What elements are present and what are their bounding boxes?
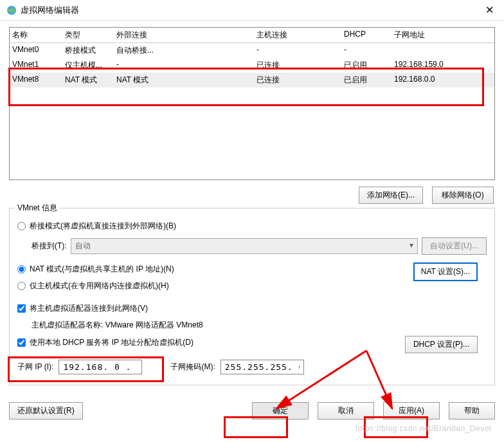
auto-set-button: 自动设置(U)... bbox=[422, 237, 487, 255]
add-network-button[interactable]: 添加网络(E)... bbox=[359, 187, 423, 204]
subnet-mask-input[interactable] bbox=[221, 360, 304, 374]
window-title: 虚拟网络编辑器 bbox=[21, 5, 482, 16]
col-name[interactable]: 名称 bbox=[12, 30, 65, 41]
bridge-to-select[interactable]: 自动 bbox=[71, 238, 419, 254]
cancel-button[interactable]: 取消 bbox=[318, 402, 374, 419]
subnet-ip-input[interactable] bbox=[59, 360, 142, 374]
help-button[interactable]: 帮助 bbox=[449, 402, 495, 419]
nat-radio-input[interactable] bbox=[17, 265, 26, 273]
connect-host-input[interactable] bbox=[17, 304, 26, 313]
col-host[interactable]: 主机连接 bbox=[256, 30, 344, 41]
fieldset-legend: VMnet 信息 bbox=[15, 203, 60, 214]
apply-button[interactable]: 应用(A) bbox=[383, 402, 440, 419]
table-header: 名称 类型 外部连接 主机连接 DHCP 子网地址 bbox=[10, 28, 494, 43]
app-icon bbox=[6, 5, 17, 15]
hostonly-mode-radio[interactable]: 仅主机模式(在专用网络内连接虚拟机)(H) bbox=[17, 281, 487, 291]
col-type[interactable]: 类型 bbox=[65, 30, 116, 41]
subnet-ip-label: 子网 IP (I): bbox=[17, 362, 53, 373]
bridge-mode-radio[interactable]: 桥接模式(将虚拟机直接连接到外部网络)(B) bbox=[17, 221, 487, 232]
col-ext[interactable]: 外部连接 bbox=[116, 30, 256, 41]
watermark: https://blog.csdn.net/Brandan_Devol bbox=[356, 424, 491, 433]
restore-defaults-button[interactable]: 还原默认设置(R) bbox=[9, 402, 83, 419]
network-table: 名称 类型 外部连接 主机连接 DHCP 子网地址 VMnet0 桥接模式 自动… bbox=[9, 27, 495, 180]
table-row[interactable]: VMnet8 NAT 模式 NAT 模式 已连接 已启用 192.168.0.0 bbox=[10, 73, 494, 87]
close-icon[interactable]: ✕ bbox=[482, 4, 498, 16]
vmnet-info-fieldset: VMnet 信息 桥接模式(将虚拟机直接连接到外部网络)(B) 桥接到(T): … bbox=[9, 208, 495, 385]
annotation-highlight bbox=[224, 416, 288, 438]
ok-button[interactable]: 确定 bbox=[252, 402, 309, 419]
remove-network-button[interactable]: 移除网络(O) bbox=[432, 187, 494, 204]
col-dhcp[interactable]: DHCP bbox=[344, 30, 394, 41]
dhcp-input[interactable] bbox=[17, 338, 26, 347]
host-adapter-name: 主机虚拟适配器名称: VMware 网络适配器 VMnet8 bbox=[32, 320, 487, 331]
svg-point-1 bbox=[8, 8, 15, 12]
bridge-radio-input[interactable] bbox=[17, 222, 26, 230]
bridge-to-label: 桥接到(T): bbox=[32, 241, 67, 252]
table-row[interactable]: VMnet0 桥接模式 自动桥接... - - bbox=[10, 43, 494, 58]
connect-host-checkbox[interactable]: 将主机虚拟适配器连接到此网络(V) bbox=[17, 303, 487, 314]
dhcp-settings-button[interactable]: DHCP 设置(P)... bbox=[405, 336, 478, 353]
col-subnet[interactable]: 子网地址 bbox=[394, 30, 492, 41]
nat-settings-button[interactable]: NAT 设置(S)... bbox=[413, 262, 478, 281]
table-row[interactable]: VMnet1 仅主机模... - 已连接 已启用 192.168.159.0 bbox=[10, 58, 494, 73]
subnet-mask-label: 子网掩码(M): bbox=[170, 362, 215, 373]
titlebar: 虚拟网络编辑器 ✕ bbox=[0, 0, 504, 21]
hostonly-radio-input[interactable] bbox=[17, 282, 26, 290]
